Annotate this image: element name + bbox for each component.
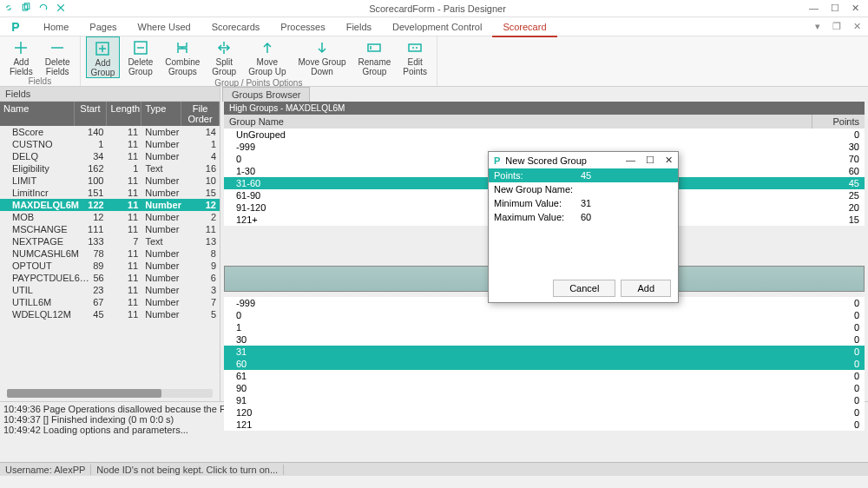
detail-row[interactable]: 910 <box>224 394 865 406</box>
detail-row[interactable]: 1200 <box>224 406 865 419</box>
tab-close-icon[interactable]: ✕ <box>853 21 861 32</box>
detail-row[interactable]: 10 <box>224 321 865 333</box>
ribbon-group-caption: Fields <box>28 76 51 87</box>
detail-row[interactable]: 00 <box>224 309 865 321</box>
window-title: ScorecardForm - Paris Designer <box>66 3 809 14</box>
tab-bar: P HomePagesWhere UsedScorecardsProcesses… <box>0 17 868 36</box>
field-row[interactable]: DELQ3411Number4 <box>0 150 220 162</box>
close-button[interactable]: ✕ <box>852 3 859 14</box>
edit-points-button[interactable]: EditPoints <box>398 36 431 78</box>
status-node[interactable]: Node ID's not being kept. Click to turn … <box>91 465 284 475</box>
cancel-button[interactable]: Cancel <box>553 280 615 297</box>
fields-panel-title: Fields <box>0 87 220 102</box>
split-icon <box>215 39 233 56</box>
svg-rect-5 <box>409 44 421 51</box>
col-length[interactable]: Length <box>107 102 141 126</box>
field-row[interactable]: UTIL2311Number3 <box>0 284 220 296</box>
minus-icon <box>49 39 66 56</box>
add-box-icon <box>94 40 111 57</box>
field-row[interactable]: NEXTPAGE1337Text13 <box>0 235 220 247</box>
titlebar: ScorecardForm - Paris Designer — ☐ ✕ <box>0 0 868 17</box>
tab-fields[interactable]: Fields <box>336 18 382 36</box>
refresh-icon[interactable] <box>38 3 49 15</box>
close-icon[interactable] <box>56 3 66 15</box>
field-row[interactable]: LIMIT10011Number10 <box>0 175 220 187</box>
detail-row[interactable]: 1210 <box>224 419 865 431</box>
dialog-field[interactable]: New Group Name: <box>489 182 678 196</box>
tab-pages[interactable]: Pages <box>79 18 127 36</box>
col-group-name[interactable]: Group Name <box>224 115 812 129</box>
field-row[interactable]: CUSTNO111Number1 <box>0 138 220 150</box>
fields-scrollbar[interactable] <box>7 389 213 398</box>
copy-icon[interactable] <box>21 3 31 15</box>
status-username: Username: AlexPP <box>0 465 91 475</box>
add-group-button[interactable]: AddGroup <box>86 36 121 78</box>
col-start[interactable]: Start <box>75 102 108 126</box>
field-row[interactable]: Eligibility1621Text16 <box>0 162 220 175</box>
detail-row[interactable]: 900 <box>224 382 865 394</box>
split-group-button[interactable]: SplitGroup <box>207 36 240 78</box>
move-group-up-button[interactable]: MoveGroup Up <box>244 36 290 78</box>
field-row[interactable]: MSCHANGE11111Number11 <box>0 223 220 235</box>
app-logo-icon: P <box>7 20 24 34</box>
dialog-field[interactable]: Points:45 <box>489 168 678 182</box>
groups-header: High Groups - MAXDELQL6M <box>224 102 865 115</box>
field-row[interactable]: UTILL6M6711Number7 <box>0 296 220 308</box>
fields-column-headers[interactable]: Name Start Length Type File Order <box>0 102 220 126</box>
detail-row[interactable]: 310 <box>224 346 865 358</box>
tab-home[interactable]: Home <box>33 18 79 36</box>
maximize-button[interactable]: ☐ <box>831 3 839 14</box>
col-type[interactable]: Type <box>141 102 181 126</box>
combine-icon <box>174 39 191 56</box>
dialog-field[interactable]: Maximum Value:60 <box>489 210 678 224</box>
tab-scorecard[interactable]: Scorecard <box>492 18 556 37</box>
minimize-button[interactable]: — <box>809 3 819 14</box>
detail-row[interactable]: 600 <box>224 358 865 370</box>
delete-fields-button[interactable]: DeleteFields <box>41 36 75 76</box>
up-icon <box>259 39 276 56</box>
rename-group-button[interactable]: RenameGroup <box>354 36 396 78</box>
fields-panel: Fields Name Start Length Type File Order… <box>0 87 220 401</box>
dialog-title: New Scored Group <box>505 155 587 166</box>
status-bar: Username: AlexPP Node ID's not being kep… <box>0 462 868 476</box>
field-row[interactable]: WDELQL12M4511Number5 <box>0 308 220 320</box>
tab-processes[interactable]: Processes <box>270 18 335 36</box>
group-row[interactable]: UnGrouped0 <box>224 129 865 141</box>
field-row[interactable]: MOB1211Number2 <box>0 211 220 223</box>
add-button[interactable]: Add <box>621 280 671 297</box>
dialog-logo-icon: P <box>494 155 500 166</box>
move-group-down-button[interactable]: Move GroupDown <box>293 36 350 78</box>
add-fields-button[interactable]: AddFields <box>5 36 37 76</box>
field-row[interactable]: OPTOUT8911Number9 <box>0 260 220 272</box>
link-icon[interactable] <box>3 3 14 15</box>
field-row[interactable]: NUMCASHL6M7811Number8 <box>0 247 220 260</box>
field-row[interactable]: LimitIncr15111Number15 <box>0 187 220 199</box>
col-points[interactable]: Points <box>812 115 865 129</box>
detail-row[interactable]: 300 <box>224 333 865 346</box>
ribbon: AddFieldsDeleteFieldsFieldsAddGroupDelet… <box>0 36 868 87</box>
tab-scorecards[interactable]: Scorecards <box>201 18 271 36</box>
dialog-field[interactable]: Minimum Value:31 <box>489 196 678 210</box>
dropdown-icon[interactable]: ▾ <box>815 21 820 32</box>
field-row[interactable]: MAXDELQL6M12211Number12 <box>0 199 220 211</box>
col-name[interactable]: Name <box>0 102 75 126</box>
field-row[interactable]: BScore14011Number14 <box>0 126 220 138</box>
new-scored-group-dialog: P New Scored Group — ☐ ✕ Points:45New Gr… <box>488 151 679 303</box>
col-order[interactable]: File Order <box>181 102 220 126</box>
svg-rect-4 <box>368 44 380 51</box>
dialog-maximize-button[interactable]: ☐ <box>646 155 654 166</box>
detail-row[interactable]: 610 <box>224 370 865 382</box>
groups-browser-tab[interactable]: Groups Browser <box>222 87 310 102</box>
tab-where-used[interactable]: Where Used <box>128 18 201 36</box>
down-icon <box>313 39 331 56</box>
dialog-close-button[interactable]: ✕ <box>665 155 673 166</box>
delete-group-button[interactable]: DeleteGroup <box>123 36 157 78</box>
field-row[interactable]: PAYPCTDUEL6…5611Number6 <box>0 272 220 284</box>
restore-icon[interactable]: ❐ <box>832 21 841 32</box>
del-box-icon <box>132 39 149 56</box>
edit-icon <box>406 39 424 56</box>
tab-development-control[interactable]: Development Control <box>382 18 492 36</box>
combine-groups-button[interactable]: CombineGroups <box>161 36 204 78</box>
dialog-minimize-button[interactable]: — <box>626 155 635 166</box>
plus-icon <box>12 39 30 56</box>
